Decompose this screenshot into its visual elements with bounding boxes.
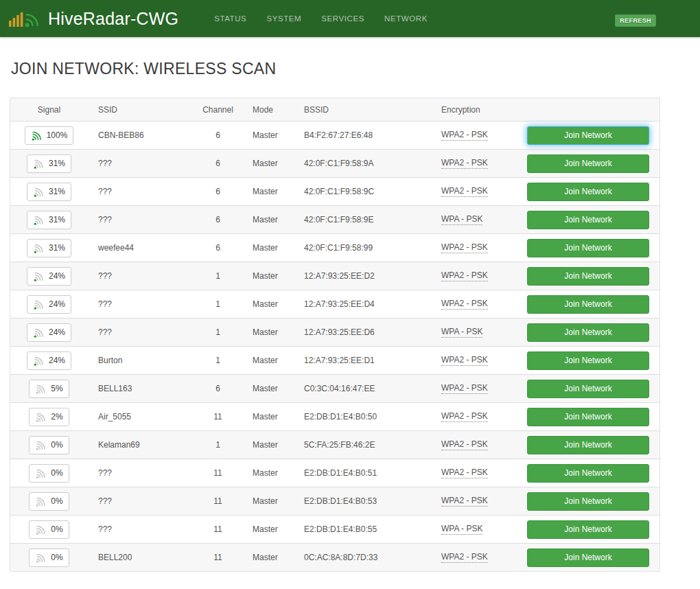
signal-percentage: 0% [51, 468, 62, 478]
encryption-cell: WPA2 - PSK [432, 467, 523, 478]
signal-badge: 24% [27, 295, 71, 314]
channel-cell: 1 [192, 271, 244, 281]
signal-percentage: 0% [51, 524, 62, 534]
table-row: 2% Air_5055 11 Master E2:DB:D1:E4:B0:50 … [10, 402, 660, 430]
encryption-value: WPA2 - PSK [441, 299, 488, 310]
signal-badge: 31% [27, 211, 71, 229]
encryption-value: WPA2 - PSK [441, 130, 488, 141]
channel-cell: 1 [192, 440, 244, 450]
mode-cell: Master [244, 187, 295, 196]
join-cell: Join Network [523, 464, 660, 483]
encryption-value: WPA2 - PSK [441, 158, 488, 169]
encryption-value: WPA - PSK [441, 524, 482, 535]
column-header-bssid: BSSID [295, 105, 432, 115]
ssid-cell: ??? [88, 271, 192, 281]
signal-percentage: 0% [51, 440, 62, 450]
signal-cell: 0% [10, 492, 88, 511]
join-network-button[interactable]: Join Network [527, 323, 649, 342]
join-network-button[interactable]: Join Network [527, 380, 649, 398]
join-network-button[interactable]: Join Network [527, 183, 649, 201]
bssid-cell: 12:A7:93:25:EE:D4 [295, 299, 432, 309]
mode-cell: Master [244, 215, 295, 224]
mode-cell: Master [244, 412, 295, 421]
channel-cell: 6 [192, 187, 244, 196]
bssid-cell: E2:DB:D1:E4:B0:51 [295, 468, 432, 478]
encryption-value: WPA2 - PSK [441, 552, 488, 563]
join-network-button[interactable]: Join Network [527, 436, 649, 454]
join-network-button[interactable]: Join Network [527, 520, 649, 539]
channel-cell: 11 [192, 553, 244, 562]
signal-badge: 31% [27, 154, 71, 173]
join-network-button[interactable]: Join Network [527, 126, 649, 145]
join-network-button[interactable]: Join Network [527, 408, 649, 426]
join-network-button[interactable]: Join Network [527, 351, 649, 370]
join-cell: Join Network [523, 492, 660, 511]
encryption-value: WPA2 - PSK [441, 439, 488, 450]
bssid-cell: 0C:AC:8A:8D:7D:33 [295, 553, 432, 562]
nav-item-network[interactable]: NETWORK [384, 14, 428, 23]
encryption-value: WPA2 - PSK [441, 467, 488, 478]
signal-percentage: 24% [49, 327, 65, 337]
signal-badge: 5% [29, 380, 69, 398]
table-body: 100% CBN-BEB86 6 Master B4:F2:67:27:E6:4… [10, 121, 660, 571]
mode-cell: Master [244, 440, 295, 450]
encryption-cell: WPA2 - PSK [432, 383, 523, 394]
encryption-cell: WPA2 - PSK [432, 299, 523, 310]
table-row: 0% BELL200 11 Master 0C:AC:8A:8D:7D:33 W… [10, 543, 660, 571]
encryption-cell: WPA2 - PSK [432, 355, 523, 366]
bssid-cell: 5C:FA:25:FB:46:2E [295, 440, 432, 450]
join-network-button[interactable]: Join Network [527, 239, 649, 257]
signal-percentage: 0% [51, 496, 62, 506]
join-network-button[interactable]: Join Network [527, 295, 649, 314]
table-row: 0% Kelaman69 1 Master 5C:FA:25:FB:46:2E … [10, 430, 660, 459]
encryption-value: WPA2 - PSK [441, 496, 488, 507]
join-network-button[interactable]: Join Network [527, 492, 649, 511]
encryption-cell: WPA - PSK [432, 327, 523, 338]
signal-badge: 31% [27, 239, 71, 257]
encryption-cell: WPA2 - PSK [432, 439, 523, 450]
page-title: JOIN NETWORK: WIRELESS SCAN [11, 60, 660, 78]
main-nav: STATUS SYSTEM SERVICES NETWORK [214, 14, 428, 23]
signal-percentage: 31% [49, 243, 65, 253]
join-network-button[interactable]: Join Network [527, 211, 649, 229]
table-row: 31% weefee44 6 Master 42:0F:C1:F9:58:99 … [10, 233, 660, 262]
encryption-value: WPA2 - PSK [441, 270, 488, 281]
encryption-value: WPA2 - PSK [441, 186, 488, 197]
table-row: 24% ??? 1 Master 12:A7:93:25:EE:D4 WPA2 … [10, 290, 660, 318]
signal-cell: 31% [10, 183, 88, 201]
ssid-cell: ??? [88, 215, 192, 224]
signal-cell: 0% [10, 520, 88, 539]
join-cell: Join Network [523, 211, 660, 229]
bssid-cell: E2:DB:D1:E4:B0:50 [295, 412, 432, 421]
signal-cell: 100% [10, 126, 88, 145]
join-cell: Join Network [523, 436, 660, 454]
ssid-cell: ??? [88, 496, 192, 506]
mode-cell: Master [244, 384, 295, 393]
signal-badge: 24% [27, 267, 71, 286]
nav-item-system[interactable]: SYSTEM [266, 14, 301, 23]
signal-badge: 2% [29, 408, 69, 426]
table-row: 0% ??? 11 Master E2:DB:D1:E4:B0:53 WPA2 … [10, 487, 660, 515]
wifi-signal-icon [35, 552, 47, 564]
nav-item-services[interactable]: SERVICES [321, 14, 364, 23]
join-cell: Join Network [523, 126, 660, 145]
join-network-button[interactable]: Join Network [527, 154, 649, 173]
bssid-cell: C0:3C:04:16:47:EE [295, 384, 432, 393]
table-row: 31% ??? 6 Master 42:0F:C1:F9:58:9C WPA2 … [10, 177, 660, 205]
nav-item-status[interactable]: STATUS [214, 14, 246, 23]
bssid-cell: E2:DB:D1:E4:B0:55 [295, 524, 432, 534]
mode-cell: Master [244, 356, 295, 365]
wifi-signal-icon [33, 214, 45, 226]
signal-cell: 0% [10, 548, 88, 567]
wifi-signal-icon [35, 496, 47, 507]
join-network-button[interactable]: Join Network [527, 267, 649, 286]
join-network-button[interactable]: Join Network [527, 464, 649, 483]
refresh-button[interactable]: REFRESH [615, 14, 656, 27]
join-cell: Join Network [523, 520, 660, 539]
column-header-ssid: SSID [88, 105, 192, 115]
signal-badge: 0% [29, 520, 69, 539]
table-row: 0% ??? 11 Master E2:DB:D1:E4:B0:51 WPA2 … [10, 459, 660, 487]
signal-badge: 0% [29, 492, 69, 511]
join-network-button[interactable]: Join Network [527, 548, 649, 567]
channel-cell: 11 [192, 524, 244, 534]
